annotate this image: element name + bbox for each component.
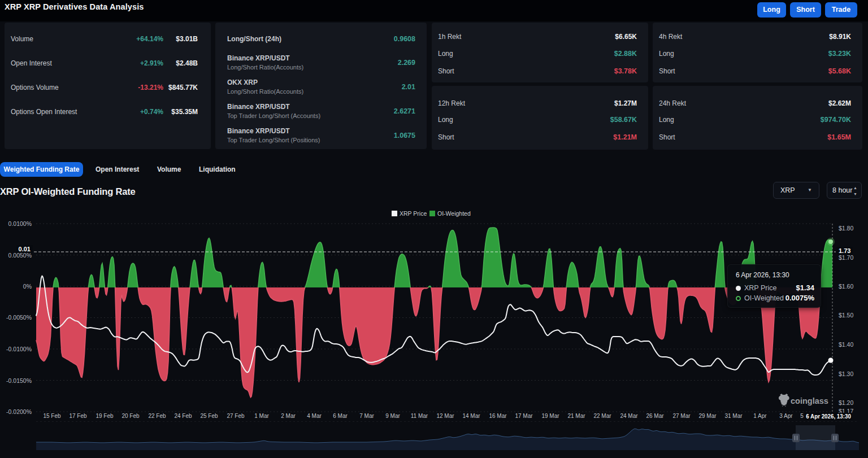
svg-text:coinglass: coinglass — [791, 396, 828, 405]
